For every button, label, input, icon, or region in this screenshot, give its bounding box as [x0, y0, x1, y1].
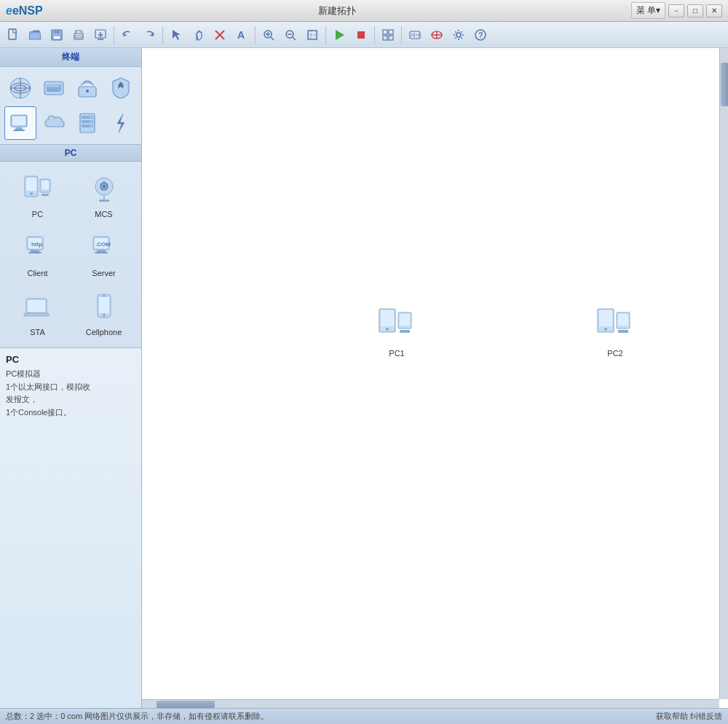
terminal-device-grid: [0, 67, 141, 144]
mcs-device-item[interactable]: MCS: [72, 168, 135, 224]
svg-point-47: [48, 85, 50, 87]
svg-rect-96: [102, 296, 106, 297]
server-device-item[interactable]: .COM Server: [72, 227, 135, 283]
svg-rect-25: [383, 30, 387, 34]
maximize-button[interactable]: □: [687, 4, 703, 17]
svg-rect-77: [99, 200, 109, 202]
terminal-firewall-item[interactable]: [105, 71, 137, 105]
stop-all-button[interactable]: [351, 25, 371, 45]
svg-point-49: [54, 85, 56, 87]
terminal-pc-item[interactable]: [4, 106, 36, 140]
undo-button[interactable]: [117, 25, 138, 45]
svg-rect-102: [400, 330, 410, 333]
svg-rect-60: [13, 130, 25, 131]
canvas-pc2-label: PC2: [607, 349, 622, 358]
pc-section: PC PC: [0, 144, 141, 347]
toolbar-separator-2: [162, 26, 163, 44]
data-capture-button[interactable]: [405, 25, 425, 45]
mcs-device-label: MCS: [95, 210, 112, 219]
svg-point-37: [456, 33, 461, 37]
redo-button[interactable]: [139, 25, 159, 45]
svg-rect-2: [54, 30, 60, 34]
menu-button[interactable]: 菜 单▾: [631, 2, 665, 19]
svg-rect-70: [26, 178, 36, 191]
terminal-switch-item[interactable]: [38, 71, 70, 105]
start-all-button[interactable]: [329, 25, 349, 45]
svg-rect-108: [618, 330, 628, 333]
save-file-button[interactable]: [47, 25, 67, 45]
canvas-pc1[interactable]: PC1: [375, 307, 419, 358]
text-tool-button[interactable]: A: [232, 25, 252, 45]
svg-line-16: [271, 37, 274, 40]
open-file-button[interactable]: [25, 25, 45, 45]
cloud-icon: [41, 110, 67, 136]
client-device-item[interactable]: http Client: [6, 227, 69, 283]
vertical-scrollbar[interactable]: [719, 48, 728, 699]
huawei-button[interactable]: [427, 25, 447, 45]
canvas-pc2[interactable]: PC2: [593, 307, 637, 358]
title-bar: eeNSP 新建拓扑 菜 单▾ － □ ✕: [0, 0, 728, 22]
svg-point-71: [30, 192, 33, 195]
settings-button[interactable]: [448, 25, 469, 45]
print-button[interactable]: [68, 25, 89, 45]
svg-rect-92: [24, 313, 49, 316]
device-info-panel: PC PC模拟器 1个以太网接口，模拟收 发报文， 1个Console接口。: [0, 347, 141, 708]
horizontal-scrollbar[interactable]: [142, 699, 719, 708]
mcs-device-icon: [87, 173, 122, 208]
server-rack-icon: [74, 110, 100, 136]
terminal-connector-item[interactable]: [105, 106, 137, 140]
status-help[interactable]: 获取帮助 纠错反馈: [656, 711, 722, 722]
svg-text:?: ?: [478, 31, 483, 39]
terminal-cloud-item[interactable]: [38, 106, 70, 140]
pc-device-item[interactable]: PC: [6, 168, 69, 224]
wireless-icon: [74, 75, 100, 101]
toolbar-separator-3: [255, 26, 256, 44]
toolbar-separator-1: [114, 26, 114, 44]
zoom-in-button[interactable]: [258, 25, 279, 45]
minimize-button[interactable]: －: [668, 4, 684, 17]
svg-rect-28: [389, 36, 393, 40]
close-button[interactable]: ✕: [706, 4, 722, 17]
fit-view-button[interactable]: [302, 25, 323, 45]
pc-section-header: PC: [0, 145, 141, 162]
svg-text:http: http: [31, 241, 42, 248]
terminal-wireless-item[interactable]: [71, 71, 103, 105]
svg-point-50: [57, 85, 59, 87]
help-button[interactable]: ?: [470, 25, 491, 45]
zoom-out-button[interactable]: [280, 25, 301, 45]
title-bar-left: eeNSP: [6, 4, 43, 17]
svg-rect-83: [31, 250, 39, 252]
toolbar-separator-4: [325, 26, 326, 44]
svg-point-66: [90, 121, 92, 122]
app-logo: eeNSP: [6, 4, 43, 17]
pc-device-label: PC: [32, 210, 43, 219]
svg-text:.COM: .COM: [95, 241, 111, 248]
svg-point-56: [86, 90, 89, 93]
svg-rect-0: [9, 29, 16, 39]
select-tool-button[interactable]: [166, 25, 186, 45]
pc-terminal-icon: [7, 110, 33, 136]
horizontal-scrollbar-thumb[interactable]: [157, 701, 215, 708]
vertical-scrollbar-thumb[interactable]: [721, 63, 728, 106]
svg-rect-101: [400, 314, 410, 326]
svg-rect-104: [599, 310, 612, 326]
canvas-pc1-label: PC1: [389, 349, 404, 358]
svg-point-67: [90, 125, 92, 127]
left-panel: 终端: [0, 48, 142, 708]
export-button[interactable]: [90, 25, 111, 45]
svg-rect-26: [389, 30, 393, 34]
sta-device-item[interactable]: STA: [6, 286, 69, 342]
svg-rect-5: [76, 36, 82, 38]
new-file-button[interactable]: [3, 25, 23, 45]
topology-button[interactable]: [378, 25, 398, 45]
terminal-router-item[interactable]: [4, 71, 36, 105]
topology-canvas[interactable]: PC1 PC2: [142, 48, 728, 708]
svg-rect-91: [28, 300, 45, 312]
hand-tool-button[interactable]: [188, 25, 208, 45]
cellphone-device-item[interactable]: Cellphone: [72, 286, 135, 342]
svg-text:A: A: [237, 29, 245, 41]
delete-tool-button[interactable]: [210, 25, 230, 45]
svg-rect-3: [53, 36, 60, 39]
toolbar-separator-5: [374, 26, 375, 44]
terminal-server-rack-item[interactable]: [71, 106, 103, 140]
